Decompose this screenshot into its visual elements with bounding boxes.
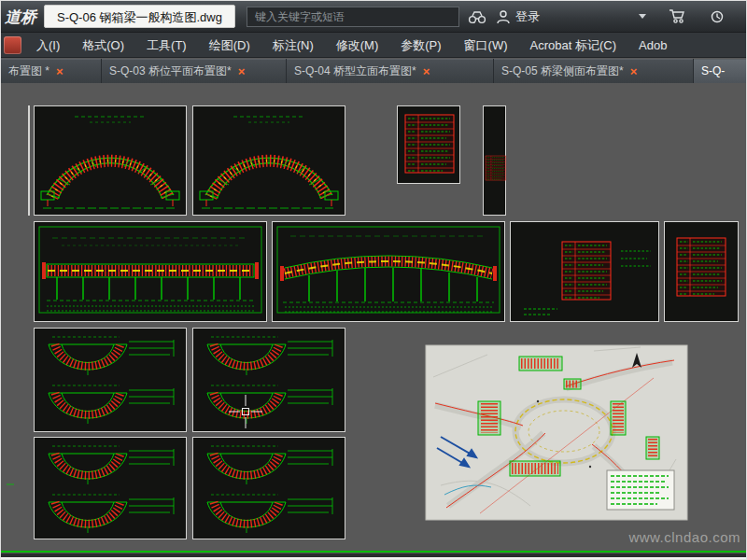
- tab-close-icon[interactable]: ×: [56, 64, 63, 78]
- tab-close-icon[interactable]: ×: [423, 64, 430, 78]
- tab-drawing-1[interactable]: 布置图 * ×: [1, 59, 102, 83]
- tab-drawing-sq03[interactable]: S-Q-03 桥位平面布置图* ×: [102, 59, 287, 83]
- menu-item-tools[interactable]: 工具(T): [135, 33, 198, 58]
- menu-item-format[interactable]: 格式(O): [71, 33, 135, 58]
- binoculars-search-icon[interactable]: [467, 9, 487, 24]
- tab-drawing-sq05[interactable]: S-Q-05 桥梁侧面布置图* ×: [494, 59, 694, 83]
- menu-bar: 入(I) 格式(O) 工具(T) 绘图(D) 标注(N) 修改(M) 参数(P)…: [1, 33, 746, 58]
- watermark: www.clndao.com: [628, 529, 740, 545]
- menu-item-acrobat[interactable]: Acrobat 标记(C): [519, 33, 627, 58]
- titlebar-right-icons: [639, 8, 746, 24]
- tab-close-icon[interactable]: ×: [238, 64, 246, 78]
- menu-item-draw[interactable]: 绘图(D): [198, 33, 261, 58]
- tab-drawing-sq04[interactable]: S-Q-04 桥型立面布置图* ×: [287, 59, 494, 83]
- model-space-canvas[interactable]: www.clndao.com: [1, 83, 747, 553]
- cad-linework-overlay: [1, 83, 747, 553]
- app-logo: 道桥: [1, 1, 44, 32]
- tab-drawing-sq06[interactable]: S-Q-: [694, 59, 746, 83]
- menu-item-dimension[interactable]: 标注(N): [261, 33, 325, 58]
- infocenter-search: [247, 7, 459, 27]
- menu-item-parametric[interactable]: 参数(P): [389, 33, 452, 58]
- menu-item-modify[interactable]: 修改(M): [325, 33, 390, 58]
- crosshair-cursor: [229, 395, 262, 428]
- sign-in-link[interactable]: 登录: [515, 8, 540, 25]
- title-bar: 道桥 S-Q-06 钢箱梁一般构造图.dwg 登录: [1, 1, 746, 33]
- menu-item-adobe[interactable]: Adob: [627, 33, 678, 58]
- search-input[interactable]: [247, 10, 458, 23]
- document-title: S-Q-06 钢箱梁一般构造图.dwg: [44, 5, 235, 28]
- tab-close-icon[interactable]: ×: [630, 64, 638, 78]
- red-tool-icon[interactable]: [4, 36, 21, 54]
- menu-item-insert[interactable]: 入(I): [25, 33, 71, 58]
- chevron-down-icon[interactable]: [639, 14, 646, 19]
- communication-center-icon[interactable]: [709, 9, 726, 24]
- cart-icon[interactable]: [669, 8, 686, 24]
- drawing-tab-bar: 布置图 * × S-Q-03 桥位平面布置图* × S-Q-04 桥型立面布置图…: [1, 59, 746, 83]
- menu-item-window[interactable]: 窗口(W): [453, 33, 519, 58]
- autocad-window: 道桥 S-Q-06 钢箱梁一般构造图.dwg 登录: [0, 0, 747, 560]
- user-icon: [495, 9, 512, 24]
